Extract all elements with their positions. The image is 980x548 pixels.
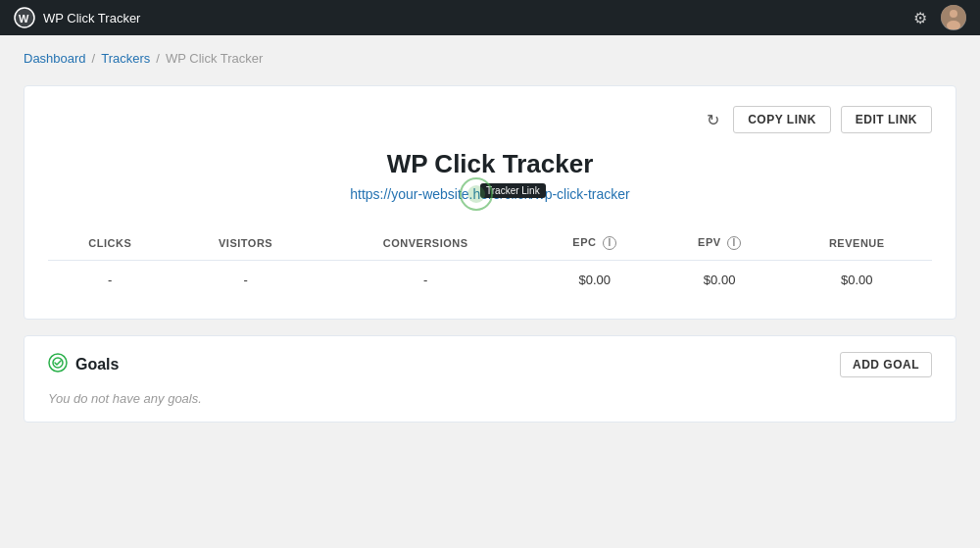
topbar-title: WP Click Tracker [43,11,140,25]
topbar: W WP Click Tracker ⚙ [0,0,980,35]
tracker-link-badge: Tracker Link [480,183,546,198]
topbar-left: W WP Click Tracker [14,7,140,28]
main-content: Dashboard / Trackers / WP Click Tracker … [0,35,980,548]
epv-info-icon[interactable]: i [727,236,741,250]
topbar-right: ⚙ [913,5,966,30]
stat-clicks: - [48,261,172,300]
goal-target-icon [48,353,68,373]
wp-logo-icon: W [14,7,35,28]
epc-info-icon[interactable]: i [603,236,616,250]
breadcrumb-dashboard-link[interactable]: Dashboard [24,51,86,66]
gear-icon[interactable]: ⚙ [913,9,927,27]
breadcrumb-sep-2: / [156,51,160,66]
goals-icon [48,353,68,377]
stat-revenue: $0.00 [782,261,932,300]
col-header-epc: EPC i [532,226,658,261]
breadcrumb: Dashboard / Trackers / WP Click Tracker [24,51,956,66]
breadcrumb-trackers-link[interactable]: Trackers [101,51,150,66]
edit-link-button[interactable]: EDIT LINK [841,106,932,133]
col-header-epv: EPV i [658,226,782,261]
svg-text:W: W [19,13,29,25]
add-goal-button[interactable]: ADD GOAL [840,352,932,377]
breadcrumb-sep-1: / [92,51,96,66]
stats-table: CLICKS VISITORS CONVERSIONS EPC i EPV i [48,226,932,299]
toolbar: ↻ COPY LINK EDIT LINK [48,106,932,133]
goals-header: Goals ADD GOAL [48,352,932,377]
svg-point-4 [950,10,957,18]
tracker-name: WP Click Tracker [350,149,630,179]
goals-card: Goals ADD GOAL You do not have any goals… [24,335,956,423]
copy-link-button[interactable]: COPY LINK [733,106,831,133]
stat-visitors: - [172,261,319,300]
stats-data-row: - - - $0.00 $0.00 $0.00 [48,261,932,300]
stat-conversions: - [319,261,532,300]
col-header-clicks: CLICKS [48,226,172,261]
no-goals-message: You do not have any goals. [48,391,932,406]
avatar-initials [941,5,966,30]
goals-title-text: Goals [75,356,119,374]
tracker-info: WP Click Tracker Tracker Link https://yo… [48,149,932,203]
breadcrumb-current: WP Click Tracker [166,51,263,66]
goals-title: Goals [48,353,119,377]
col-header-conversions: CONVERSIONS [319,226,532,261]
stats-header-row: CLICKS VISITORS CONVERSIONS EPC i EPV i [48,226,932,261]
col-header-visitors: VISITORS [172,226,319,261]
col-header-revenue: REVENUE [782,226,932,261]
stat-epc: $0.00 [532,261,658,300]
avatar[interactable] [941,5,966,30]
stat-epv: $0.00 [658,261,782,300]
main-card: ↻ COPY LINK EDIT LINK WP Click Tracker T… [24,85,956,320]
refresh-button[interactable]: ↻ [703,107,723,133]
